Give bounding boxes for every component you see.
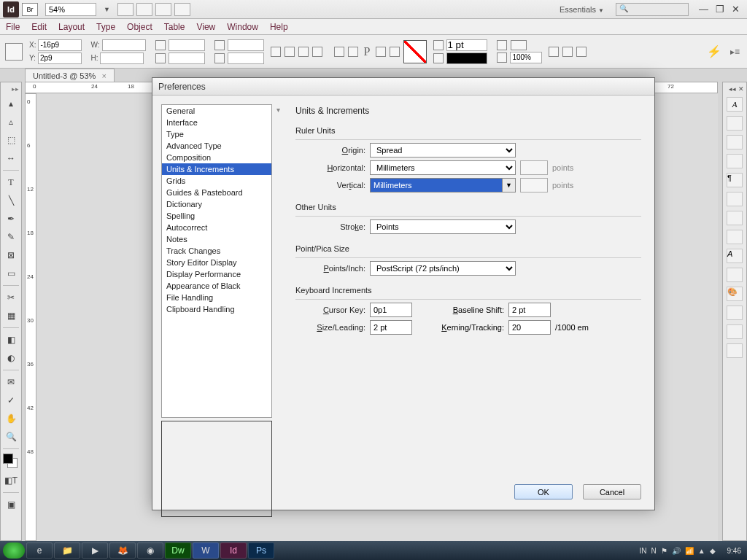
effects-panel-icon[interactable]: 🎨: [727, 287, 743, 301]
dock-collapse-icon[interactable]: ◂◂ ✕: [729, 85, 744, 93]
taskbar-word[interactable]: W: [193, 542, 219, 559]
cat-display-perf[interactable]: Display Performance: [162, 268, 271, 280]
fx-icon[interactable]: [511, 40, 527, 50]
zoom-tool[interactable]: 🔍: [3, 429, 19, 444]
fill-stroke-swatch[interactable]: [3, 454, 19, 470]
pages-panel-icon[interactable]: A: [727, 97, 743, 112]
cat-type[interactable]: Type: [162, 128, 271, 140]
stroke-panel-icon[interactable]: [727, 154, 743, 168]
bridge-button[interactable]: Br: [22, 3, 38, 16]
workspace-switcher[interactable]: Essentials ▼: [552, 4, 611, 15]
note-tool[interactable]: ✉: [3, 375, 19, 389]
menu-view[interactable]: View: [196, 22, 215, 32]
ok-button[interactable]: OK: [514, 484, 573, 499]
stroke-style-field[interactable]: [446, 52, 487, 64]
cursor-key-field[interactable]: [370, 303, 412, 317]
cat-grids[interactable]: Grids: [162, 175, 271, 187]
rotate-cw-icon[interactable]: [285, 47, 295, 57]
rotate-field[interactable]: [228, 39, 264, 51]
zoom-combo[interactable]: [45, 3, 96, 16]
scale-x[interactable]: [169, 39, 205, 51]
tray-action-icon[interactable]: ⚑: [661, 547, 667, 555]
gradient-swatch-tool[interactable]: ◧: [3, 332, 19, 347]
rotate-ccw-icon[interactable]: [271, 47, 281, 57]
cat-autocorrect[interactable]: Autocorrect: [162, 222, 271, 233]
distribute-icon[interactable]: [390, 47, 400, 57]
menu-object[interactable]: Object: [127, 22, 152, 32]
cat-interface[interactable]: Interface: [162, 117, 271, 128]
align-icon[interactable]: [376, 47, 386, 57]
menu-type[interactable]: Type: [96, 22, 115, 32]
arrange-docs[interactable]: [174, 3, 190, 16]
hand-tool[interactable]: ✋: [3, 411, 19, 426]
cc-libs-panel-icon[interactable]: [727, 211, 743, 225]
gradient-feather-tool[interactable]: ◐: [3, 351, 19, 365]
menu-table[interactable]: Table: [164, 22, 185, 32]
minimize-button[interactable]: —: [699, 4, 708, 15]
tray-app-icon[interactable]: ◆: [710, 547, 716, 555]
clock[interactable]: 9:46: [727, 547, 741, 555]
cat-advanced-type[interactable]: Advanced Type: [162, 140, 271, 152]
search-field[interactable]: 🔍: [616, 3, 689, 16]
line-tool[interactable]: ╲: [3, 193, 19, 208]
selection-tool[interactable]: ▴: [3, 96, 19, 111]
menu-edit[interactable]: Edit: [31, 22, 47, 32]
maximize-button[interactable]: ❐: [716, 4, 724, 15]
eyedropper-tool[interactable]: ✓: [3, 393, 19, 408]
tab-close-icon[interactable]: ×: [101, 71, 106, 80]
para-styles-icon[interactable]: [727, 268, 743, 282]
swatches-panel-icon[interactable]: [727, 192, 743, 206]
taskbar-chrome[interactable]: ◉: [137, 542, 163, 559]
category-list[interactable]: General Interface Type Advanced Type Com…: [161, 104, 272, 418]
align-panel-icon[interactable]: [727, 324, 743, 339]
opacity-field[interactable]: [510, 52, 542, 63]
dialog-title-bar[interactable]: Preferences: [152, 78, 654, 96]
page-tool[interactable]: ⬚: [3, 133, 19, 147]
horizontal-select[interactable]: Millimeters: [370, 160, 516, 175]
cat-composition[interactable]: Composition: [162, 152, 271, 163]
taskbar-ie[interactable]: e: [26, 542, 53, 559]
stroke-weight-field[interactable]: [446, 39, 487, 51]
stroke-select[interactable]: Points: [370, 219, 516, 234]
collapse-icon[interactable]: ▸▸: [12, 85, 21, 93]
rectangle-tool[interactable]: ▭: [3, 266, 19, 281]
apply-color[interactable]: ◧T: [3, 473, 19, 488]
layers-panel-icon[interactable]: [727, 116, 743, 131]
select-container-icon[interactable]: [334, 47, 344, 57]
effects-icon[interactable]: [497, 40, 507, 50]
points-inch-select[interactable]: PostScript (72 pts/inch): [370, 261, 516, 276]
menu-window[interactable]: Window: [227, 22, 258, 32]
panel-menu-icon[interactable]: ▸≡: [730, 47, 740, 57]
text-wrap-panel-icon[interactable]: [727, 306, 743, 320]
h-field[interactable]: [100, 52, 144, 64]
char-styles-icon[interactable]: A: [727, 249, 743, 263]
tray-volume-icon[interactable]: 🔊: [672, 547, 681, 555]
rectangle-frame-tool[interactable]: ⊠: [3, 248, 19, 262]
baseline-shift-field[interactable]: [508, 303, 551, 317]
taskbar-explorer[interactable]: 📁: [54, 542, 80, 559]
screen-mode[interactable]: [155, 3, 171, 16]
sidebar-chevron-icon[interactable]: ▾: [276, 106, 280, 114]
taskbar-media[interactable]: ▶: [82, 542, 108, 559]
flip-v-icon[interactable]: [312, 47, 322, 57]
tray-network-icon[interactable]: 📶: [685, 547, 694, 555]
cat-story-editor[interactable]: Story Editor Display: [162, 257, 271, 268]
corner-options-icon[interactable]: [562, 47, 573, 57]
cancel-button[interactable]: Cancel: [583, 484, 641, 499]
origin-select[interactable]: Spread: [370, 143, 516, 158]
cat-dictionary[interactable]: Dictionary: [162, 198, 271, 210]
pencil-tool[interactable]: ✎: [3, 230, 19, 244]
menu-layout[interactable]: Layout: [58, 22, 85, 32]
direct-selection-tool[interactable]: ▵: [3, 114, 19, 129]
menu-help[interactable]: Help: [270, 22, 288, 32]
start-button[interactable]: [3, 542, 25, 559]
cat-guides-pasteboard[interactable]: Guides & Pasteboard: [162, 187, 271, 198]
lang-indicator[interactable]: IN: [639, 547, 646, 555]
kerning-field[interactable]: [508, 320, 551, 335]
w-field[interactable]: [102, 39, 146, 51]
reference-point[interactable]: [5, 43, 23, 61]
view-mode[interactable]: ▣: [3, 497, 19, 512]
zoom-dropdown-icon[interactable]: ▼: [104, 6, 110, 13]
shear-field[interactable]: [228, 52, 264, 64]
object-styles-icon[interactable]: [727, 230, 743, 244]
